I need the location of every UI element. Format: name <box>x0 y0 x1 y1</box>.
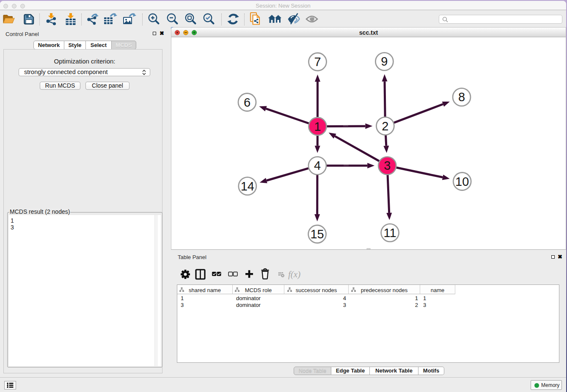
svg-text:3: 3 <box>384 159 391 172</box>
svg-text:10: 10 <box>455 175 469 188</box>
svg-text:6: 6 <box>244 96 250 109</box>
svg-text:4: 4 <box>314 159 321 172</box>
svg-text:15: 15 <box>310 227 324 241</box>
svg-text:11: 11 <box>384 226 396 240</box>
svg-text:8: 8 <box>458 90 465 104</box>
svg-text:1: 1 <box>314 120 321 133</box>
svg-text:f(x): f(x) <box>288 269 300 279</box>
svg-text:9: 9 <box>381 55 388 68</box>
svg-text:2: 2 <box>382 119 388 133</box>
svg-text:7: 7 <box>314 55 321 69</box>
svg-text:14: 14 <box>241 179 254 193</box>
